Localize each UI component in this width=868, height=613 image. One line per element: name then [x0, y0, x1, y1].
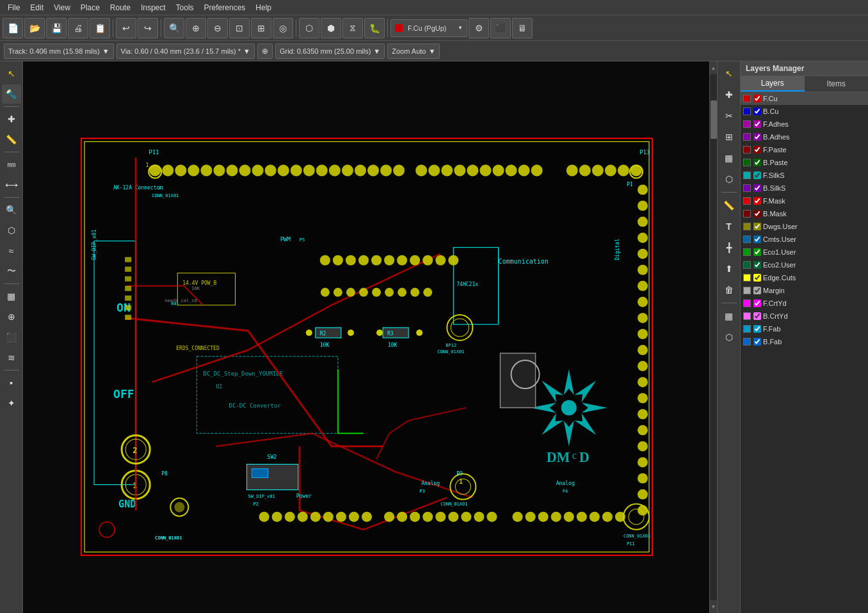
3d-viewer-button[interactable]: 🖥 [512, 18, 533, 38]
layer-row-f-cu[interactable]: F.Cu [741, 92, 868, 105]
layer-check-b-cu[interactable] [753, 107, 761, 115]
plot-button[interactable]: 📋 [90, 18, 110, 38]
ratsnest-button[interactable]: ⬡ [299, 18, 319, 38]
rt-text-tool[interactable]: T [719, 217, 739, 236]
pcb-canvas[interactable]: P11 [23, 61, 717, 613]
layer-row-b-silks[interactable]: B.SilkS [741, 182, 868, 195]
menu-view[interactable]: View [49, 2, 76, 13]
layer-check-f-adhes[interactable] [753, 120, 761, 128]
menu-route[interactable]: Route [105, 2, 136, 13]
menu-file[interactable]: File [3, 2, 25, 13]
layer-check-b-paste[interactable] [753, 159, 761, 166]
layer-row-cmts-user[interactable]: Cmts.User [741, 233, 868, 246]
layer-check-eco1-user[interactable] [753, 248, 761, 256]
layer-check-b-adhes[interactable] [753, 133, 761, 141]
layer-row-eco1-user[interactable]: Eco1.User [741, 246, 868, 259]
scroll-track[interactable] [710, 74, 717, 600]
layer-check-f-crtyd[interactable] [753, 299, 761, 307]
rt-grid2-tool[interactable]: ▦ [719, 306, 739, 326]
layer-check-edge-cuts[interactable] [753, 274, 761, 282]
track-dropdown[interactable]: Track: 0.406 mm (15.98 mils) ▼ [4, 44, 114, 59]
highlight-net-button[interactable]: ⬢ [321, 18, 341, 38]
layer-row-f-silks[interactable]: F.SilkS [741, 169, 868, 182]
layer-row-f-fab[interactable]: F.Fab [741, 322, 868, 335]
print-button[interactable]: 🖨 [68, 18, 88, 38]
canvas-area[interactable]: P11 [23, 61, 717, 613]
via-dropdown[interactable]: Via: 0.60 / 0.40 mm (23.6 / 15.7 mils) *… [117, 44, 255, 59]
layer-check-f-silks[interactable] [753, 171, 761, 179]
copper-tool[interactable]: ⬛ [2, 328, 21, 347]
layer-row-f-paste[interactable]: F.Paste [741, 143, 868, 156]
layer-row-b-adhes[interactable]: B.Adhes [741, 131, 868, 143]
open-button[interactable]: 📂 [24, 18, 45, 38]
pad-tool[interactable]: ⊕ [2, 307, 21, 326]
menu-help[interactable]: Help [250, 2, 277, 13]
board-setup-button[interactable]: ⚙ [469, 18, 489, 38]
layer-row-f-mask[interactable]: F.Mask [741, 195, 868, 207]
vertical-scrollbar[interactable]: ▲ ▼ [709, 61, 717, 613]
zoom-fit-button[interactable]: ⊡ [229, 18, 250, 38]
scroll-up-arrow[interactable]: ▲ [710, 61, 717, 74]
layer-row-f-crtyd[interactable]: F.CrtYd [741, 297, 868, 310]
layer-check-f-paste[interactable] [753, 146, 761, 154]
layer-selector[interactable]: F.Cu (PgUp) ▼ [390, 19, 467, 37]
layer-row-dwgs-user[interactable]: Dwgs.User [741, 220, 868, 233]
rt-delete-tool[interactable]: 🗑 [719, 280, 739, 299]
add-footprint-tool[interactable]: ✚ [2, 109, 21, 129]
rt-cut-tool[interactable]: ✂ [719, 106, 739, 125]
zoom-dropdown[interactable]: Zoom Auto ▼ [387, 44, 440, 59]
zoom-out-button[interactable]: ⊖ [207, 18, 228, 38]
scroll-thumb[interactable] [711, 100, 717, 139]
search-button[interactable]: 🔍 [164, 18, 184, 38]
highlight-tool[interactable]: 🔦 [2, 84, 21, 104]
layer-row-b-paste[interactable]: B.Paste [741, 156, 868, 169]
menu-inspect[interactable]: Inspect [136, 2, 171, 13]
menu-tools[interactable]: Tools [171, 2, 199, 13]
rt-draw-tool[interactable]: 📏 [719, 196, 739, 215]
redo-button[interactable]: ↪ [138, 18, 158, 38]
menu-preferences[interactable]: Preferences [199, 2, 251, 13]
layer-row-b-fab[interactable]: B.Fab [741, 335, 868, 348]
scroll-down-arrow[interactable]: ▼ [710, 600, 717, 613]
layer-check-f-cu[interactable] [753, 95, 761, 102]
grid-tool[interactable]: ▪ [2, 373, 21, 392]
tab-items[interactable]: Items [805, 76, 869, 92]
layer-check-b-mask[interactable] [753, 210, 761, 218]
new-button[interactable]: 📄 [3, 18, 23, 38]
layer-tool[interactable]: ▦ [2, 287, 21, 306]
layer-row-margin[interactable]: Margin [741, 284, 868, 297]
layer-row-edge-cuts[interactable]: Edge.Cuts [741, 271, 868, 284]
tab-layers[interactable]: Layers [741, 76, 805, 92]
rt-cross-tool[interactable]: ✚ [719, 85, 739, 104]
select-arrow-tool[interactable]: ↖ [719, 64, 739, 83]
via-options-button[interactable]: ⊕ [257, 44, 273, 59]
rt-orient-tool[interactable]: ⬆ [719, 259, 739, 278]
layer-row-f-adhes[interactable]: F.Adhes [741, 118, 868, 131]
meander-tool[interactable]: 〜 [2, 262, 21, 281]
layer-check-b-crtyd[interactable] [753, 312, 761, 320]
diff-pair-tool[interactable]: ≈ [2, 241, 21, 260]
layer-check-dwgs-user[interactable] [753, 223, 761, 230]
menu-edit[interactable]: Edit [25, 2, 49, 13]
grid-dropdown[interactable]: Grid: 0.6350 mm (25.00 mils) ▼ [275, 44, 385, 59]
inspect-tool[interactable]: 🔍 [2, 200, 21, 219]
extra-tool[interactable]: ✦ [2, 394, 21, 413]
undo-button[interactable]: ↩ [116, 18, 136, 38]
layer-check-f-fab[interactable] [753, 325, 761, 333]
run-drc-button[interactable]: 🐛 [364, 18, 385, 38]
layer-check-margin[interactable] [753, 287, 761, 294]
layer-check-b-fab[interactable] [753, 338, 761, 346]
rt-interactive-tool[interactable]: ⬡ [719, 328, 739, 347]
layer-row-eco2-user[interactable]: Eco2.User [741, 259, 868, 271]
measure-tool[interactable]: ⟷ [2, 175, 21, 195]
layer-row-b-mask[interactable]: B.Mask [741, 207, 868, 220]
rt-crosshair-tool[interactable]: ╋ [719, 238, 739, 257]
clearance-tool[interactable]: ⬡ [2, 221, 21, 240]
layer-check-eco2-user[interactable] [753, 261, 761, 269]
rt-grid-tool[interactable]: ▦ [719, 148, 739, 168]
layer-check-f-mask[interactable] [753, 197, 761, 205]
route-track-tool[interactable]: 📏 [2, 130, 21, 149]
layer-row-b-crtyd[interactable]: B.CrtYd [741, 310, 868, 322]
net-inspector-button[interactable]: ⧖ [342, 18, 363, 38]
layer-row-b-cu[interactable]: B.Cu [741, 105, 868, 118]
